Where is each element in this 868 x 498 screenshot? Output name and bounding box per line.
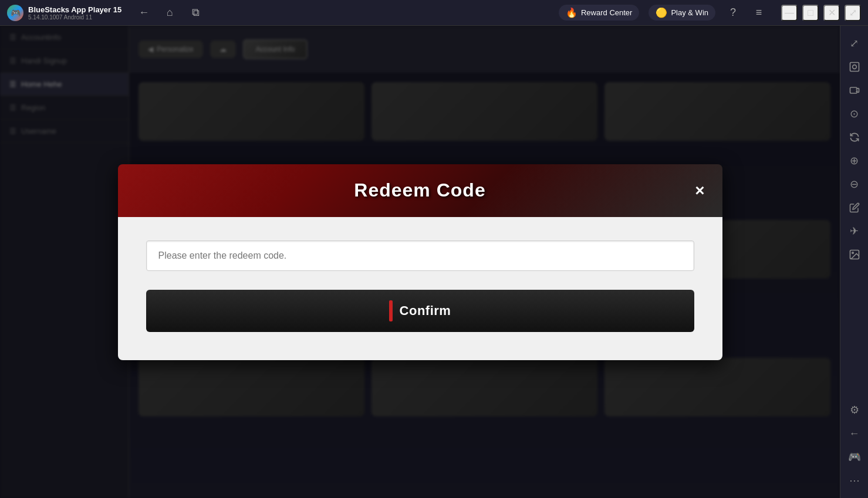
camera-record-icon[interactable] [844, 80, 865, 101]
modal-title: Redeem Code [354, 179, 485, 201]
menu-button[interactable]: ≡ [751, 5, 767, 21]
close-button[interactable]: ✕ [823, 5, 840, 21]
gamepad-icon[interactable]: 🎮 [844, 446, 865, 467]
maximize-button[interactable]: □ [802, 5, 819, 21]
minimize-button[interactable]: — [781, 5, 798, 21]
modal-header: Redeem Code × [118, 164, 722, 217]
multi-button[interactable]: ⧉ [187, 5, 204, 21]
title-bar: 🎮 BlueStacks App Player 15 5.14.10.1007 … [0, 0, 868, 26]
modal-body: Confirm [118, 217, 722, 360]
right-sidebar: ⤢ ⊙ ⊕ ⊖ ✈ ⚙ ← 🎮 ⋯ [840, 26, 868, 498]
app-logo: 🎮 [7, 5, 23, 21]
reward-center-label: Reward Center [581, 8, 632, 17]
expand-window-button[interactable]: ⤢ [845, 5, 861, 21]
play-win-label: Play & Win [671, 8, 708, 17]
confirm-button[interactable]: Confirm [146, 290, 694, 332]
rotate-icon[interactable] [844, 127, 865, 148]
settings-icon[interactable]: ⚙ [844, 399, 865, 421]
image-icon[interactable] [844, 244, 865, 265]
nav-controls: ← ⌂ ⧉ [136, 5, 204, 21]
back-arrow-icon[interactable]: ← [844, 423, 865, 444]
redeem-code-input[interactable] [146, 240, 694, 271]
coin-icon: 🟡 [656, 7, 667, 18]
modal-close-button[interactable]: × [690, 180, 711, 201]
window-controls: — □ ✕ ⤢ [781, 5, 861, 21]
home-button[interactable]: ⌂ [161, 5, 178, 21]
redeem-code-modal: Redeem Code × Confirm [118, 164, 722, 360]
screenshot-icon[interactable] [844, 56, 865, 77]
confirm-label: Confirm [400, 303, 451, 319]
fire-icon: 🔥 [566, 7, 577, 18]
input-wrapper [146, 240, 694, 271]
reward-center-badge[interactable]: 🔥 Reward Center [559, 5, 639, 21]
move-icon[interactable]: ✈ [844, 221, 865, 242]
help-button[interactable]: ? [725, 5, 741, 21]
title-bar-right: 🔥 Reward Center 🟡 Play & Win ? ≡ — □ ✕ ⤢ [559, 5, 861, 21]
expand-icon[interactable]: ⤢ [844, 33, 865, 54]
svg-rect-0 [850, 63, 859, 72]
back-button[interactable]: ← [136, 5, 152, 21]
modal-overlay: Redeem Code × Confirm [0, 26, 840, 498]
more-icon[interactable]: ⋯ [844, 470, 865, 491]
svg-point-1 [852, 65, 856, 69]
record-icon[interactable]: ⊙ [844, 103, 865, 124]
play-win-badge[interactable]: 🟡 Play & Win [649, 5, 715, 21]
app-name: BlueStacks App Player 15 [28, 5, 121, 14]
zoom-out-icon[interactable]: ⊖ [844, 174, 865, 195]
red-accent-bar [389, 300, 393, 321]
app-info: BlueStacks App Player 15 5.14.10.1007 An… [28, 5, 121, 21]
app-version: 5.14.10.1007 Android 11 [28, 14, 121, 21]
svg-point-3 [852, 252, 853, 254]
edit-icon[interactable] [844, 197, 865, 218]
zoom-in-icon[interactable]: ⊕ [844, 150, 865, 171]
